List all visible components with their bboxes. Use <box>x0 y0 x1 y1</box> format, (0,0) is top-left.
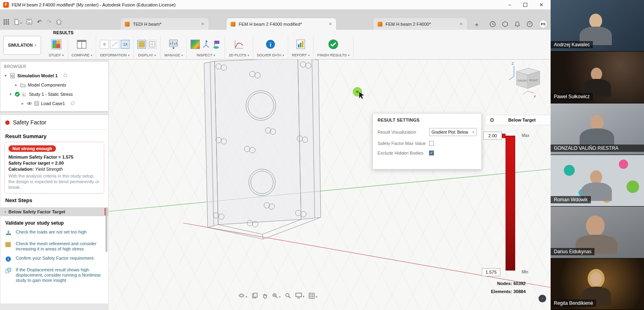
result-visualization-label: Result Visualization <box>378 130 429 134</box>
ribbon-group-deformation[interactable]: 0 1X DEFORMATION▾ <box>96 36 134 59</box>
load-check-icon <box>5 230 12 236</box>
tree-item-load-case1[interactable]: ▸ Load Case1 <box>0 99 108 108</box>
chevron-down-icon: ▾ <box>4 210 6 214</box>
chevron-down-icon: ▾ <box>248 54 249 57</box>
legend-min-input[interactable]: 1.575 <box>482 268 500 276</box>
chevron-right-icon[interactable]: ▸ <box>14 83 18 87</box>
ribbon-group-solver-data[interactable]: i SOLVER DATA▾ <box>253 36 288 59</box>
app-grid-icon[interactable] <box>3 19 9 25</box>
svg-text:i: i <box>270 41 271 48</box>
next-step-item[interactable]: Check the mesh refinement and consider i… <box>0 239 108 254</box>
new-tab-button[interactable]: + <box>475 21 479 28</box>
help-icon[interactable]: ? <box>526 21 533 27</box>
panel-scrollbar[interactable] <box>105 208 107 252</box>
zoom-window-button[interactable]: ▾ <box>272 293 281 299</box>
ribbon-group-compare[interactable]: COMPARE▾ <box>68 36 97 59</box>
pan-button[interactable] <box>262 293 268 299</box>
group-label: MANAGE <box>164 53 180 57</box>
chevron-down-icon: ▾ <box>283 54 284 57</box>
tree-item-model-components[interactable]: ▸ Model Components <box>0 80 108 89</box>
tab-tedi-h-beam[interactable]: TEDI H beam* ✕ <box>121 18 208 30</box>
grid-icon <box>149 41 155 48</box>
participant-tile[interactable]: Regita Bendikienė <box>551 258 644 310</box>
tab-close-icon[interactable]: ✕ <box>460 22 463 26</box>
legend-color-bar[interactable] <box>506 136 515 271</box>
extensions-icon[interactable] <box>502 21 508 27</box>
result-summary-box: Not strong enough Minimum Safety Factor … <box>4 142 104 194</box>
legend-max-input[interactable]: 2.00 <box>483 132 502 140</box>
chevron-down-icon: ▾ <box>20 21 22 25</box>
chevron-right-icon[interactable]: ▸ <box>21 101 25 105</box>
redo-icon[interactable]: ↷ <box>47 19 52 25</box>
ribbon-group-2d-plots[interactable]: 2D PLOTS▾ <box>225 36 253 59</box>
chevron-down-icon: ▾ <box>35 43 36 47</box>
h-beam-model[interactable] <box>204 60 321 239</box>
viewport-canvas[interactable]: FRONT RIGHT Z ✕ RESULT SETTINGS Result V <box>109 60 551 310</box>
participant-tile[interactable]: Andrzej Kawalec <box>551 0 644 52</box>
safety-factor-max-checkbox[interactable] <box>429 141 434 146</box>
ribbon-group-finish-results[interactable]: FINISH RESULTS▾ <box>314 36 353 59</box>
save-icon[interactable] <box>27 19 32 25</box>
tab-fem-h-beam[interactable]: FEM H beam 2 F4000* ✕ <box>374 18 467 30</box>
ribbon-group-manage[interactable]: MANAGE▾ <box>161 36 187 59</box>
tab-close-icon[interactable]: ✕ <box>329 22 332 26</box>
below-safety-factor-target-row[interactable]: ▾ Below Safety Factor Target <box>0 207 108 216</box>
result-summary-heading: Result Summary <box>0 130 108 142</box>
tree-item-simulation-model[interactable]: ▾ Simulation Model 1 <box>0 71 108 80</box>
view-cube[interactable]: FRONT RIGHT Z ✕ <box>509 62 540 99</box>
ribbon-group-inspect[interactable]: INSPECT▾ <box>187 36 225 59</box>
zoom-button[interactable] <box>285 293 291 299</box>
folder-icon <box>20 83 26 87</box>
look-at-button[interactable] <box>252 293 258 299</box>
result-visualization-dropdown[interactable]: Gradient Plot: Below ▾ <box>429 128 477 136</box>
display-settings-button[interactable]: ▾ <box>295 293 304 298</box>
chevron-down-icon: ▾ <box>303 295 304 298</box>
participant-tile[interactable]: Roman Wdowik <box>551 155 644 207</box>
workspace-selector[interactable]: SIMULATION ▾ <box>3 36 41 55</box>
orbit-button[interactable]: ▾ <box>238 292 247 299</box>
participant-tile[interactable]: Paweł Sułkowicz <box>551 52 644 103</box>
tab-close-icon[interactable]: ✕ <box>201 22 204 26</box>
radio-circle-icon[interactable] <box>64 74 67 77</box>
deformation-curve-button[interactable] <box>110 40 119 49</box>
exclude-hidden-bodies-label: Exclude Hidden Bodies <box>378 151 429 155</box>
grid-display-button[interactable] <box>148 40 157 49</box>
tab-fem-h-beam-modified[interactable]: FEM H beam 2 F4000 modified* ✕ <box>227 18 336 30</box>
group-label: FINISH RESULTS <box>317 53 347 57</box>
visibility-eye-icon[interactable] <box>27 101 32 105</box>
presence-bubble-icon[interactable]: ◦ <box>539 295 546 302</box>
model-doc-icon <box>10 73 15 79</box>
ribbon-group-display[interactable]: DISPLAY▾ <box>134 36 161 59</box>
close-button[interactable]: ✕ <box>539 2 543 7</box>
chevron-down-icon: ▾ <box>62 54 64 57</box>
user-avatar[interactable]: PS <box>539 20 547 28</box>
mesh-display-button[interactable] <box>137 40 146 49</box>
maximize-button[interactable] <box>523 3 527 7</box>
ribbon-group-study[interactable]: STUDY▾ <box>45 36 68 59</box>
chevron-down-icon[interactable]: ▾ <box>4 74 8 78</box>
exclude-hidden-bodies-checkbox[interactable] <box>429 151 434 155</box>
notification-bell-icon[interactable] <box>514 21 520 27</box>
window-title: FEM H beam 2 F4000 modified* (My center)… <box>12 2 175 7</box>
deformation-actual-scale-button[interactable]: 1X <box>121 40 130 49</box>
quick-access-toolbar: ▾ ↶ ↷ <box>3 19 62 25</box>
minimize-button[interactable]: – <box>508 2 511 7</box>
grid-settings-button[interactable]: ▾ <box>309 293 317 299</box>
participant-tile[interactable]: Darius Eidukynas <box>551 207 644 258</box>
deformation-scale-zero-button[interactable]: 0 <box>100 40 109 49</box>
radio-circle-icon[interactable] <box>71 101 74 105</box>
job-status-icon[interactable] <box>489 21 496 27</box>
next-step-item[interactable]: If the Displacement result shows high di… <box>0 265 108 285</box>
tree-item-study1[interactable]: ▾ Study 1 - Static Stress <box>0 89 108 99</box>
next-step-item[interactable]: Check the loads are not set too high <box>0 227 108 239</box>
step-text: If the Displacement result shows high di… <box>16 267 103 283</box>
legend-settings-gear-icon[interactable]: ⚙ <box>489 117 495 123</box>
ribbon-tab-results[interactable]: RESULTS <box>53 30 74 35</box>
file-menu-icon[interactable] <box>14 19 19 25</box>
undo-icon[interactable]: ↶ <box>37 19 42 25</box>
ribbon-group-report[interactable]: REPORT▾ <box>288 36 314 59</box>
chevron-down-icon[interactable]: ▾ <box>8 92 12 96</box>
next-step-item[interactable]: i Confirm your Safety Factor requirement <box>0 254 108 265</box>
participant-tile[interactable]: GONZALO VALIÑO RIESTRA <box>551 103 644 155</box>
home-icon[interactable] <box>56 19 62 25</box>
